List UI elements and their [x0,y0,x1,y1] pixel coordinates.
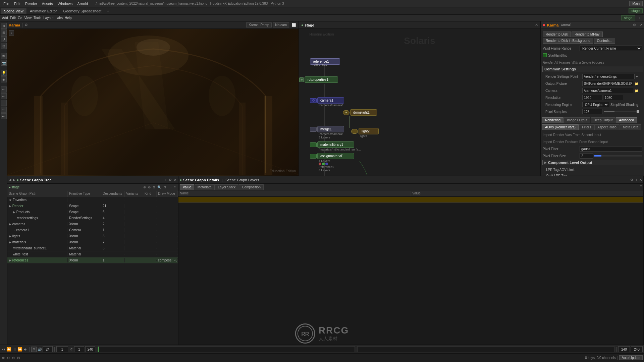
pixel-filter-input[interactable] [580,146,642,152]
common-settings-header[interactable]: Common Settings [542,66,643,72]
resolution-width-input[interactable] [582,95,602,100]
node-materiallibrary[interactable]: materiallibrary1 /materials/mtlxstandard… [310,141,361,151]
stage-menu-labs[interactable]: Labs [55,16,63,20]
toolbar-transform[interactable]: ⊞ [1,29,7,36]
filter-size-slider-thumb[interactable] [639,155,642,157]
rendering-engine-select[interactable]: CPU Engine [582,102,609,107]
node-light2[interactable]: light2 lights [351,128,379,138]
timeline-tool-2[interactable]: ⊖ [6,356,10,360]
toolbar-more1[interactable]: ⋯ [1,86,7,93]
advanced-tab[interactable]: Advanced [616,117,637,123]
camera-input[interactable] [582,88,634,93]
scene-details-title[interactable]: Scene Graph Details [183,178,219,182]
viewport-cam-btn[interactable]: Karma: Persp [246,22,271,27]
table-row[interactable]: ▶ cameras Xform 2 [7,221,178,227]
scene-graph-close-btn[interactable]: ✕ [174,178,176,182]
render-to-disk-btn[interactable]: Render to Disk [543,32,571,37]
viewport-noview-btn[interactable]: No cam [273,22,289,27]
table-row[interactable]: ▶ Render Scope 21 [7,203,178,209]
viewport-canvas[interactable]: Education Edition ▸ [7,29,299,176]
camera-browse-btn[interactable]: 📁 [634,89,639,93]
scene-details-add-btn[interactable]: + [635,178,637,182]
menu-edit[interactable]: Edit [12,1,22,6]
render-to-disk-bg-btn[interactable]: Render to Disk in Background [543,38,593,44]
timeline-tool-4[interactable]: ⊠ [16,356,20,360]
timeline-total2-input[interactable] [631,346,643,352]
aspect-ratio-tab[interactable]: Aspect Ratio [594,124,620,130]
timeline-end-input[interactable] [85,346,95,352]
toolbar-more3[interactable]: ⋯ [1,100,7,106]
timeline-prev-btn[interactable]: ⏪ [6,347,11,352]
details-selected-row[interactable] [178,197,643,203]
deep-output-tab[interactable]: Deep Output [591,117,616,123]
component-level-section[interactable]: ▶ Component Level Output [542,160,643,165]
timeline-end-btn[interactable]: ⏭ [23,347,28,352]
stage-menu-edit[interactable]: Edit [10,16,16,20]
timeline-bar2[interactable] [357,346,614,352]
timeline-next-btn[interactable]: ⏩ [17,347,22,352]
auto-update-btn[interactable]: Auto Update [619,355,643,360]
stage-menu-layout[interactable]: Layout [43,16,53,20]
stage-menu-go[interactable]: Go [18,16,22,20]
stage-menu-help[interactable]: Help [65,16,72,20]
node-graph-close[interactable]: ✕ [535,23,538,27]
scene-graph-settings-btn[interactable]: ⚙ [169,178,172,182]
scene-graph-add-btn[interactable]: + [165,178,167,182]
pixel-filter-size-input[interactable] [580,153,593,159]
table-row-selected[interactable]: ▶ reference1 Xform 1 compose: Full Geom.… [7,257,178,263]
menu-arnold[interactable]: Arnold [75,1,90,6]
toolbar-light[interactable]: 💡 [1,70,7,76]
value-tab[interactable]: Value [180,184,194,190]
timeline-start-btn[interactable]: ⏮ [1,347,5,352]
rendering-tab[interactable]: Rendering [542,117,564,123]
tab-scene-view[interactable]: Scene View [1,8,26,14]
menu-render[interactable]: Render [23,1,39,6]
table-row[interactable]: mtlxstandard_surface1 Material 3 [7,245,178,251]
workspace-label[interactable]: Main [629,1,643,6]
timeline-realtime-btn[interactable]: R [31,347,37,352]
karma-close-btn[interactable]: ↗ [639,23,642,27]
viewport-settings-btn[interactable]: ⚙ [24,23,28,27]
table-row[interactable]: ▶ Products Scope 6 [7,209,178,215]
tab-geometry-spreadsheet[interactable]: Geometry Spreadsheet [61,8,105,14]
nav-fwd-btn[interactable]: ▶ [13,178,15,182]
node-domelight[interactable]: ● domelight1 [343,109,377,116]
timeline-audio-btn[interactable]: 🔊 [38,348,42,351]
stage-add-btn[interactable]: + [637,16,642,20]
layer-stack-tab[interactable]: Layer Stack [215,184,239,190]
toolbar-rotate[interactable]: ↺ [1,36,7,42]
toolbar-more4[interactable]: ⋯ [1,107,7,113]
table-row[interactable]: ▶ materials Xform 7 [7,239,178,245]
tab-animation-editor[interactable]: Animation Editor [27,8,60,14]
sg-tool-1[interactable]: ⊕ [143,185,147,189]
metadata-tab[interactable]: Metadata [195,184,215,190]
rendersettings-point-input[interactable] [582,74,635,79]
node-camera[interactable]: ⬡ camera1 /cameras/camera1 [310,97,344,107]
scene-layers-title[interactable]: Scene Graph Layers [225,178,259,182]
table-row[interactable]: white_test Material [7,251,178,257]
timeline-start-input[interactable] [74,346,84,352]
frame-range-select[interactable]: Render Current Frame [580,46,642,51]
timeline-total-input[interactable] [618,346,630,352]
add-tab-btn[interactable]: + [105,8,111,14]
sg-filter-icon[interactable]: ≡ [173,185,176,189]
filters-tab[interactable]: Filters [579,124,594,130]
menu-windows[interactable]: Windows [56,1,75,6]
node-rdtproperties[interactable]: ⊕ rdtproperties1 [299,76,338,83]
sg-tool-5[interactable]: ⚙ [163,185,167,189]
scene-details-settings-btn[interactable]: ⚙ [630,178,633,182]
toolbar-camera[interactable]: 📷 [1,60,7,66]
viewport-tool-1[interactable]: ▸ [9,30,14,36]
stage-menu-view[interactable]: View [24,16,32,20]
toolbar-scale[interactable]: ⊡ [1,43,7,49]
sg-tool-4[interactable]: 🔍 [157,185,162,189]
timeline-tool-3[interactable]: ⊗ [11,356,15,360]
timeline-play-btn[interactable]: ⏸ [12,347,16,352]
image-output-tab[interactable]: Image Output [564,117,590,123]
sg-tool-6[interactable]: ⋯ [168,185,172,189]
composition-tab[interactable]: Composition [239,184,264,190]
menu-file[interactable]: File [1,1,11,6]
toolbar-more2[interactable]: ⋯ [1,93,7,99]
sg-tool-3[interactable]: ⊗ [152,185,156,189]
timeline-fps-input[interactable] [43,346,53,352]
